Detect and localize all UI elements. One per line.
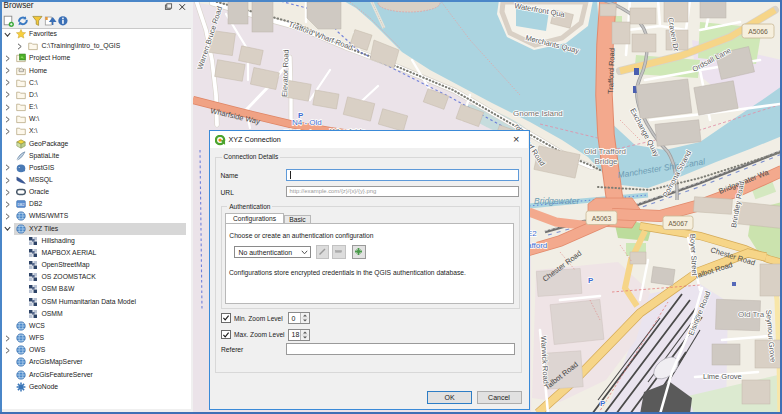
svg-text:P: P <box>588 276 594 285</box>
svg-text:Lime Grove: Lime Grove <box>703 372 742 381</box>
svg-text:Bridge: Bridge <box>594 157 618 166</box>
svg-text:A5066: A5066 <box>748 28 768 35</box>
svg-text:DB2: DB2 <box>18 203 25 207</box>
svg-text:Elevator Road: Elevator Road <box>280 49 291 97</box>
svg-text:Trafford Road: Trafford Road <box>606 48 617 94</box>
svg-text:afford: afford <box>527 241 547 250</box>
svg-text:A5063: A5063 <box>592 215 612 222</box>
svg-text:A5067: A5067 <box>668 220 688 227</box>
svg-text:Old Trafford: Old Trafford <box>584 147 626 156</box>
svg-text:P: P <box>600 399 606 408</box>
svg-text:Gnome Island: Gnome Island <box>513 109 563 118</box>
svg-text:N4 - Old: N4 - Old <box>292 118 322 127</box>
svg-text:Bridgewater: Bridgewater <box>534 196 581 206</box>
svg-text:Old Tra: Old Tra <box>738 310 765 319</box>
